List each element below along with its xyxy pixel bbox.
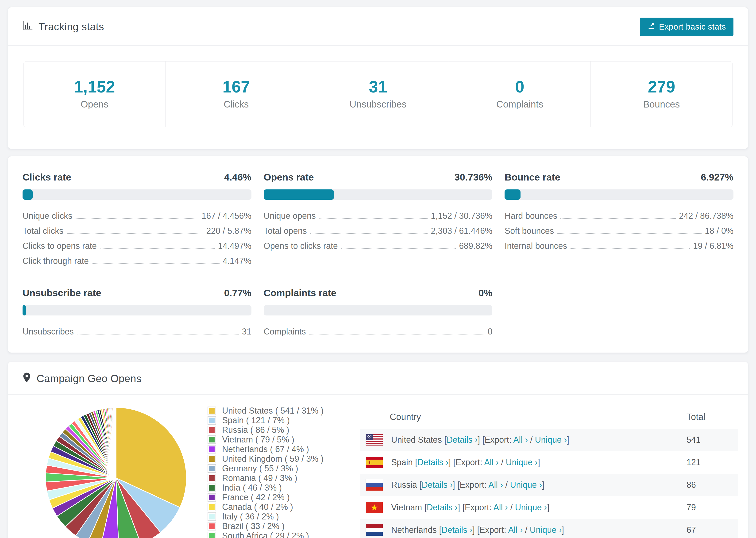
- legend-item-vietnam: Vietnam ( 79 / 5% ): [207, 435, 360, 444]
- dotted-leader: [76, 218, 198, 219]
- metric-value: 689.82%: [459, 241, 492, 251]
- es-flag-icon: [366, 457, 383, 468]
- metric-value: 31: [242, 327, 251, 337]
- export-unique-link[interactable]: Unique ›: [510, 480, 542, 490]
- legend-item-united-states: United States ( 541 / 31% ): [207, 406, 360, 415]
- legend-item-netherlands: Netherlands ( 67 / 4% ): [207, 445, 360, 454]
- metric-label: Click through rate: [23, 256, 89, 266]
- export-label: Export:: [460, 480, 486, 490]
- total-value: 86: [686, 480, 738, 490]
- total-value: 541: [686, 435, 738, 445]
- pie-chart-svg: [43, 405, 189, 538]
- metric-label: Total opens: [264, 226, 307, 236]
- rate-progress-bar: [264, 189, 493, 200]
- legend-item-russia: Russia ( 86 / 5% ): [207, 425, 360, 435]
- details-link[interactable]: Details ›: [441, 525, 472, 535]
- legend-swatch: [207, 493, 216, 502]
- country-cell: Spain [Details ›] [Export: All › / Uniqu…: [391, 457, 540, 467]
- export-all-link[interactable]: All ›: [484, 457, 499, 467]
- metric-value: 18 / 0%: [705, 226, 733, 236]
- export-unique-link[interactable]: Unique ›: [530, 525, 562, 535]
- rate-value: 30.736%: [454, 172, 492, 183]
- tracking-stats-header: Tracking stats Export basic stats: [8, 7, 748, 45]
- details-link[interactable]: Details ›: [447, 435, 477, 445]
- rate-progress-fill: [264, 189, 334, 200]
- legend-swatch: [207, 435, 216, 444]
- pie-slice-other[interactable]: [116, 407, 116, 478]
- details-link[interactable]: Details ›: [422, 480, 453, 490]
- stat-label: Opens: [24, 99, 165, 110]
- export-all-link[interactable]: All ›: [508, 525, 523, 535]
- geo-header: Campaign Geo Opens: [8, 362, 748, 394]
- dotted-leader: [92, 263, 219, 264]
- total-value: 79: [686, 503, 738, 512]
- ru-flag-icon: [366, 479, 383, 491]
- legend-label: Netherlands ( 67 / 4% ): [222, 444, 309, 454]
- legend-swatch: [207, 426, 216, 434]
- export-all-link[interactable]: All ›: [494, 503, 508, 512]
- rate-metric-row: Click through rate4.147%: [23, 253, 251, 268]
- export-unique-link[interactable]: Unique ›: [535, 435, 567, 445]
- stat-card-unsubscribes: 31Unsubscribes: [307, 62, 449, 127]
- country-cell: Netherlands [Details ›] [Export: All › /…: [391, 525, 564, 535]
- legend-label: Russia ( 86 / 5% ): [222, 425, 289, 435]
- stat-card-opens: 1,152Opens: [24, 62, 166, 127]
- rate-metric-row: Soft bounces18 / 0%: [505, 223, 733, 238]
- rates-grid: Clicks rate4.46%Unique clicks167 / 4.456…: [8, 156, 748, 352]
- export-all-link[interactable]: All ›: [488, 480, 503, 490]
- rate-metric-row: Complaints0: [264, 324, 493, 339]
- metric-label: Complaints: [264, 327, 306, 337]
- rate-title: Bounce rate: [505, 172, 560, 183]
- country-name: Netherlands: [391, 525, 437, 535]
- export-unique-link[interactable]: Unique ›: [506, 457, 538, 467]
- table-row-netherlands: Netherlands [Details ›] [Export: All › /…: [360, 519, 738, 538]
- dotted-leader: [319, 218, 428, 219]
- stat-value: 1,152: [24, 78, 165, 96]
- stat-value: 0: [449, 78, 590, 96]
- rate-block-opens-rate: Opens rate30.736%Unique opens1,152 / 30.…: [264, 172, 493, 268]
- geo-title-wrap: Campaign Geo Opens: [23, 372, 141, 385]
- geo-content: United States ( 541 / 31% )Spain ( 121 /…: [8, 395, 748, 538]
- rate-metric-row: Internal bounces19 / 6.81%: [505, 238, 733, 253]
- rate-block-clicks-rate: Clicks rate4.46%Unique clicks167 / 4.456…: [23, 172, 251, 268]
- legend-swatch: [207, 455, 216, 463]
- rate-progress-fill: [23, 305, 26, 315]
- metric-label: Soft bounces: [505, 226, 554, 236]
- metric-value: 2,303 / 61.446%: [431, 226, 492, 236]
- rate-block-unsubscribe-rate: Unsubscribe rate0.77%Unsubscribes31: [23, 288, 251, 339]
- rate-metric-row: Unique clicks167 / 4.456%: [23, 208, 251, 223]
- export-all-link[interactable]: All ›: [513, 435, 528, 445]
- legend-label: France ( 42 / 2% ): [222, 493, 290, 502]
- legend-label: Canada ( 40 / 2% ): [222, 502, 293, 512]
- dotted-leader: [557, 233, 701, 234]
- rate-progress-fill: [23, 189, 33, 200]
- metric-label: Unique opens: [264, 211, 316, 221]
- metric-value: 0: [488, 327, 492, 337]
- metric-value: 167 / 4.456%: [201, 211, 251, 221]
- stat-value: 279: [591, 78, 732, 96]
- country-cell: United States [Details ›] [Export: All ›…: [391, 435, 569, 445]
- export-label: Export:: [485, 435, 512, 445]
- legend-swatch: [207, 532, 216, 538]
- export-basic-stats-button[interactable]: Export basic stats: [640, 18, 733, 36]
- rate-metric-row: Total opens2,303 / 61.446%: [264, 223, 493, 238]
- details-link[interactable]: Details ›: [427, 503, 458, 512]
- export-unique-link[interactable]: Unique ›: [515, 503, 547, 512]
- export-label: Export:: [479, 525, 506, 535]
- tracking-stats-card: Tracking stats Export basic stats 1,152O…: [8, 7, 748, 149]
- total-value: 121: [686, 457, 738, 467]
- rate-title: Opens rate: [264, 172, 314, 183]
- details-link[interactable]: Details ›: [417, 457, 449, 467]
- metric-value: 14.497%: [218, 241, 251, 251]
- legend-item-france: France ( 42 / 2% ): [207, 493, 360, 502]
- rate-progress-bar: [505, 189, 733, 200]
- metric-value: 1,152 / 30.736%: [431, 211, 492, 221]
- dotted-leader: [309, 334, 485, 335]
- metric-value: 4.147%: [223, 256, 251, 266]
- legend-item-spain: Spain ( 121 / 7% ): [207, 416, 360, 425]
- metric-value: 220 / 5.87%: [206, 226, 251, 236]
- dotted-leader: [570, 248, 690, 249]
- rate-value: 0.77%: [224, 288, 251, 298]
- rate-progress-bar: [23, 305, 251, 315]
- us-flag-icon: [366, 434, 383, 446]
